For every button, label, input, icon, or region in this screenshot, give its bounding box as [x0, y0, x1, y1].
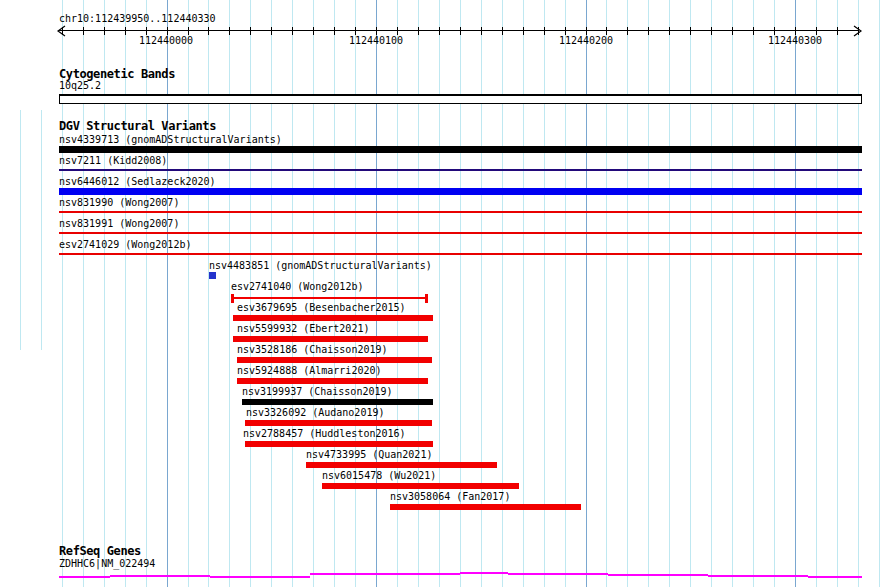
ruler-tick	[502, 27, 503, 35]
ruler-tick	[753, 27, 754, 35]
gridline-minor	[20, 110, 21, 350]
gridline-minor	[690, 0, 691, 587]
variant-label[interactable]: nsv4733995 (Quan2021)	[306, 449, 432, 460]
gridline-major	[795, 0, 796, 587]
gene-line-segment[interactable]	[310, 573, 460, 575]
gridline-minor	[837, 0, 838, 587]
ruler-tick	[690, 27, 691, 35]
gridline-minor	[732, 0, 733, 587]
ruler-tick	[167, 27, 168, 35]
gene-line-segment[interactable]	[708, 575, 808, 577]
ruler-tick	[376, 27, 377, 35]
gene-line-segment[interactable]	[608, 574, 708, 576]
variant-label[interactable]: nsv5599932 (Ebert2021)	[237, 323, 369, 334]
variant-bar[interactable]	[233, 315, 433, 321]
variant-label[interactable]: nsv3199937 (Chaisson2019)	[242, 386, 393, 397]
variant-label[interactable]: nsv7211 (Kidd2008)	[59, 155, 167, 166]
variant-bar[interactable]	[245, 441, 433, 447]
ruler-tick	[858, 27, 859, 35]
variant-label[interactable]: nsv831991 (Wong2007)	[59, 218, 179, 229]
genome-browser-panel: chr10:112439950..112440330 1124400001124…	[0, 0, 890, 587]
gene-line-segment[interactable]	[59, 576, 110, 578]
variant-bar[interactable]	[390, 504, 581, 510]
gridline-minor	[250, 0, 251, 587]
variant-line[interactable]	[59, 232, 862, 234]
variant-label[interactable]: nsv831990 (Wong2007)	[59, 197, 179, 208]
ruler-tick	[83, 27, 84, 35]
variant-line[interactable]	[59, 169, 862, 171]
gridline-minor	[146, 0, 147, 587]
variant-label[interactable]: nsv3326092 (Audano2019)	[246, 407, 384, 418]
variant-bar[interactable]	[233, 336, 428, 342]
ruler-tick	[711, 27, 712, 35]
gridline-minor	[271, 0, 272, 587]
cytoband-label[interactable]: 10q25.2	[59, 80, 101, 91]
ruler-tick	[104, 27, 105, 35]
variant-bar[interactable]	[237, 357, 432, 363]
gene-line-segment[interactable]	[508, 573, 608, 575]
gene-line-segment[interactable]	[808, 576, 862, 578]
ruler-tick	[648, 27, 649, 35]
variant-label[interactable]: nsv3528186 (Chaisson2019)	[237, 344, 388, 355]
refseq-section-title: RefSeq Genes	[59, 545, 141, 558]
gridline-minor	[879, 0, 880, 587]
ruler-tick	[816, 27, 817, 35]
gene-line-segment[interactable]	[210, 576, 310, 578]
ruler-tick	[481, 27, 482, 35]
gene-line-segment[interactable]	[460, 572, 508, 574]
variant-line[interactable]	[59, 253, 862, 255]
ruler-tick	[250, 27, 251, 35]
ruler-tick-label: 112440300	[760, 35, 830, 46]
variant-range-cap-right[interactable]	[425, 294, 428, 303]
variant-label[interactable]: nsv4483851 (gnomADStructuralVariants)	[209, 260, 432, 271]
ruler-tick	[229, 27, 230, 35]
variant-range-line[interactable]	[231, 297, 428, 299]
gridline-minor	[627, 0, 628, 587]
refseq-gene-label[interactable]: ZDHHC6|NM_022494	[59, 558, 155, 569]
ruler-tick	[418, 27, 419, 35]
variant-label[interactable]: nsv6015478 (Wu2021)	[322, 470, 436, 481]
ruler-tick	[795, 27, 796, 35]
variant-point[interactable]	[209, 272, 216, 279]
ruler-tick	[627, 27, 628, 35]
variant-label[interactable]: nsv4339713 (gnomADStructuralVariants)	[59, 134, 282, 145]
ruler-tick	[125, 27, 126, 35]
ruler-tick	[837, 27, 838, 35]
gridline-major	[586, 0, 587, 587]
ruler-tick	[586, 27, 587, 35]
variant-label[interactable]: nsv6446012 (Sedlazeck2020)	[59, 176, 216, 187]
gridline-minor	[334, 0, 335, 587]
variant-label[interactable]: nsv5924888 (Almarri2020)	[237, 365, 382, 376]
cytoband-glyph[interactable]	[59, 94, 862, 104]
gridline-minor	[104, 0, 105, 587]
variant-label[interactable]: esv3679695 (Besenbacher2015)	[237, 302, 406, 313]
ruler-tick	[439, 27, 440, 35]
ruler-tick	[188, 27, 189, 35]
variant-bar[interactable]	[322, 483, 519, 489]
variant-label[interactable]: nsv3058064 (Fan2017)	[390, 491, 510, 502]
variant-bar[interactable]	[59, 146, 862, 153]
ruler-tick-label: 112440200	[551, 35, 621, 46]
gene-line-segment[interactable]	[110, 575, 210, 577]
ruler-tick	[669, 27, 670, 35]
variant-range-cap-left[interactable]	[231, 294, 234, 303]
variant-label[interactable]: nsv2788457 (Huddleston2016)	[243, 428, 406, 439]
gridline-minor	[565, 0, 566, 587]
ruler-tick	[544, 27, 545, 35]
ruler-tick	[208, 27, 209, 35]
variant-label[interactable]: esv2741029 (Wong2012b)	[59, 239, 191, 250]
gridline-minor	[188, 0, 189, 587]
variant-bar[interactable]	[306, 462, 497, 468]
gridline-minor	[858, 0, 859, 587]
ruler-tick	[774, 27, 775, 35]
variant-line[interactable]	[59, 211, 862, 213]
variant-bar[interactable]	[237, 378, 428, 384]
variant-bar[interactable]	[245, 420, 432, 426]
gridline-minor	[816, 0, 817, 587]
variant-label[interactable]: esv2741040 (Wong2012b)	[231, 281, 363, 292]
variant-bar[interactable]	[59, 188, 862, 195]
gridline-minor	[208, 0, 209, 587]
variant-bar[interactable]	[242, 399, 433, 405]
ruler-tick	[313, 27, 314, 35]
gridline-minor	[606, 0, 607, 587]
